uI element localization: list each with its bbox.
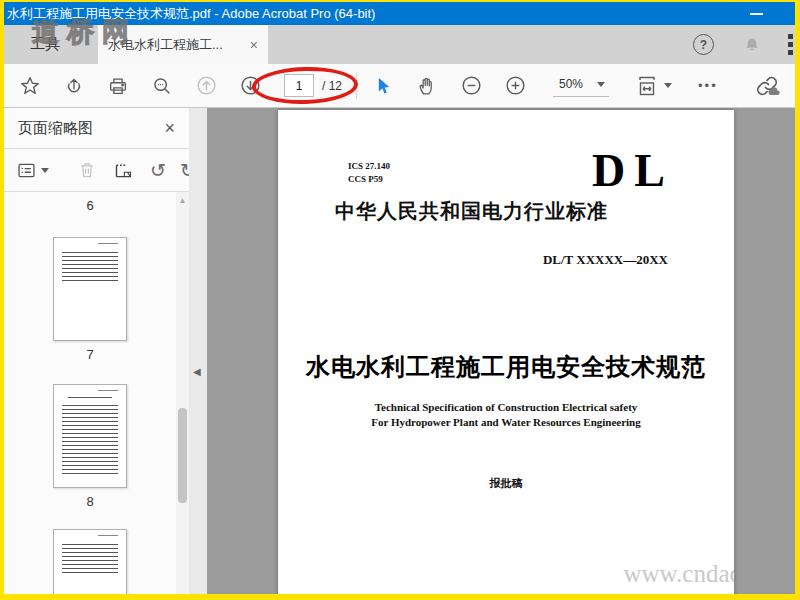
panel-toolbar: ↺ ↻ [4,148,189,192]
document-title: 水电水利工程施工用电安全技术规范 [278,351,734,383]
thumbnail-label[interactable]: 7 [86,347,93,362]
app-launcher-icon[interactable] [788,34,795,55]
acrobat-window: 道桥网 水利工程施工用电安全技术规范.pdf - Adobe Acrobat P… [0,0,800,600]
tab-bar: 工具 水电水利工程施工... × ? [4,25,795,64]
ics-codes: ICS 27.140 CCS P59 [348,160,390,186]
panel-close-icon[interactable]: × [164,118,175,139]
select-tool-icon[interactable] [371,74,395,98]
toolbar-separator [356,73,357,99]
panel-collapse-strip[interactable]: ◀ [189,108,207,594]
zoom-out-icon[interactable] [459,74,483,98]
search-icon[interactable] [150,74,174,98]
print-icon[interactable] [106,74,130,98]
panel-title: 页面缩略图 [18,119,93,138]
tabbar-right-controls: ? [693,25,795,64]
thumbnail-page-7[interactable] [53,237,127,341]
panel-scrollbar[interactable]: ▲ [176,192,189,594]
zoom-level-dropdown[interactable]: 50% [553,74,609,97]
tab-tools[interactable]: 工具 [4,25,86,64]
thumbnail-label[interactable]: 8 [86,494,93,509]
previous-page-icon[interactable] [194,74,218,98]
chevron-down-icon [597,82,605,87]
page-number-input[interactable] [284,74,314,97]
zoom-level-value: 50% [559,77,583,91]
thumbnail-page-8[interactable] [53,384,127,488]
panel-header: 页面缩略图 × [4,108,189,148]
zoom-in-icon[interactable] [503,74,527,98]
document-subtitle-en: Technical Specification of Construction … [278,400,734,430]
thumbnail-list: 6 7 8 [4,192,176,594]
tab-document-label: 水电水利工程施工... [108,36,244,54]
delete-pages-icon[interactable] [77,160,97,180]
window-title: 水利工程施工用电安全技术规范.pdf - Adobe Acrobat Pro (… [7,5,375,23]
page-total-label: / 12 [322,79,342,93]
rotate-left-icon[interactable]: ↺ [150,159,166,181]
thumbnail-page-9[interactable] [53,529,127,594]
more-tools-icon[interactable]: ••• [698,78,718,93]
pdf-page: ICS 27.140 CCS P59 DL 中华人民共和国电力行业标准 DL/T… [278,110,734,594]
chevron-down-icon [664,83,672,88]
minimize-icon[interactable] [750,13,763,15]
fit-width-dropdown[interactable] [635,74,672,98]
tab-document[interactable]: 水电水利工程施工... × [98,25,268,64]
thumbnail-options-icon[interactable] [16,160,49,181]
draft-status: 报批稿 [278,476,734,491]
rotate-right-icon[interactable]: ↻ [180,159,189,181]
dl-logo: DL [592,144,674,197]
thumbnail-label[interactable]: 6 [86,198,93,213]
scrollbar-thumb[interactable] [178,408,187,503]
notifications-bell-icon[interactable] [742,35,762,55]
collapse-panel-icon: ◀ [193,366,201,377]
hand-tool-icon[interactable] [415,74,439,98]
tab-close-icon[interactable]: × [244,37,258,53]
title-bar: 水利工程施工用电安全技术规范.pdf - Adobe Acrobat Pro (… [4,2,795,25]
share-link-icon[interactable] [755,74,781,98]
page-watermark: www.cndao [624,560,734,588]
favorite-star-icon[interactable] [18,74,42,98]
help-icon[interactable]: ? [693,34,714,55]
share-upload-icon[interactable] [62,74,86,98]
main-toolbar: / 12 50% [4,64,795,108]
scroll-up-icon[interactable]: ▲ [176,196,189,205]
standard-number: DL/T XXXXX—20XX [543,252,668,268]
crop-pages-icon[interactable] [113,160,134,181]
next-page-icon[interactable] [238,74,262,98]
standard-heading: 中华人民共和国电力行业标准 [335,198,608,225]
document-viewer[interactable]: ICS 27.140 CCS P59 DL 中华人民共和国电力行业标准 DL/T… [207,108,795,594]
page-thumbnails-panel: 页面缩略图 × [4,108,189,594]
